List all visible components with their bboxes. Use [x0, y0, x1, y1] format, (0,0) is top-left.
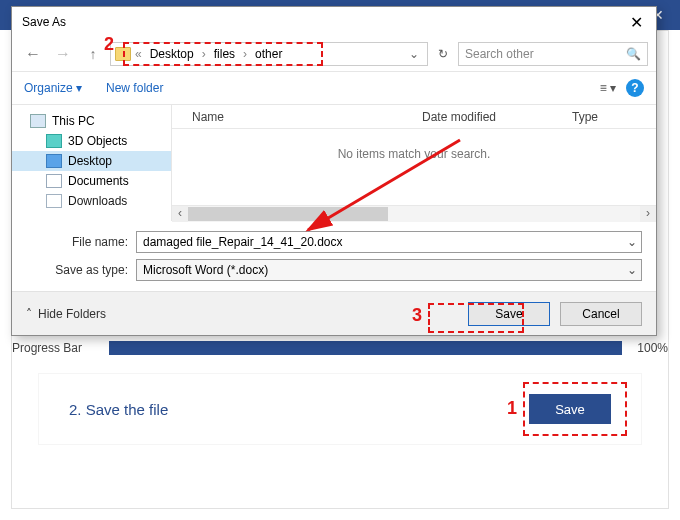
save-button[interactable]: Save — [529, 394, 611, 424]
nav-forward-button[interactable]: → — [50, 41, 76, 67]
breadcrumb-overflow[interactable]: « — [135, 47, 142, 61]
scroll-right-button[interactable]: › — [640, 206, 656, 222]
dialog-close-button[interactable]: ✕ — [616, 13, 656, 32]
tree-desktop[interactable]: Desktop — [12, 151, 171, 171]
chevron-down-icon[interactable]: ⌄ — [627, 235, 637, 249]
search-icon: 🔍 — [626, 47, 641, 61]
progress-bar — [109, 341, 622, 355]
documents-icon — [46, 174, 62, 188]
help-icon[interactable]: ? — [626, 79, 644, 97]
filetype-row: Save as type: Microsoft Word (*.docx) ⌄ — [26, 259, 642, 281]
dialog-save-button[interactable]: Save — [468, 302, 550, 326]
progress-percent: 100% — [634, 341, 668, 355]
breadcrumb-desktop[interactable]: Desktop — [146, 47, 198, 61]
empty-state-text: No items match your search. — [172, 129, 656, 205]
scroll-thumb[interactable] — [188, 207, 388, 221]
hide-folders-toggle[interactable]: ˄ Hide Folders — [26, 307, 106, 321]
tree-label: Documents — [68, 174, 129, 188]
organize-menu[interactable]: Organize ▾ — [24, 81, 82, 95]
chevron-right-icon[interactable]: › — [243, 47, 247, 61]
step-save-label: 2. Save the file — [69, 401, 168, 418]
chevron-up-icon: ˄ — [26, 307, 32, 321]
dialog-titlebar[interactable]: Save As ✕ — [12, 7, 656, 37]
chevron-down-icon[interactable]: ⌄ — [627, 263, 637, 277]
filename-input[interactable]: damaged file_Repair_14_41_20.docx ⌄ — [136, 231, 642, 253]
tree-label: Desktop — [68, 154, 112, 168]
filename-value: damaged file_Repair_14_41_20.docx — [143, 235, 342, 249]
column-headers[interactable]: Name Date modified Type — [172, 105, 656, 129]
tree-documents[interactable]: Documents — [12, 171, 171, 191]
cube-icon — [46, 134, 62, 148]
step-save-section: 2. Save the file Save 1 — [38, 373, 642, 445]
tree-label: Downloads — [68, 194, 127, 208]
search-input[interactable]: Search other 🔍 — [458, 42, 648, 66]
tree-this-pc[interactable]: This PC — [12, 111, 171, 131]
dialog-title: Save As — [22, 15, 66, 29]
folder-icon — [115, 47, 131, 61]
dialog-buttons: Save Cancel — [468, 302, 642, 326]
filename-row: File name: damaged file_Repair_14_41_20.… — [26, 231, 642, 253]
dialog-cancel-button[interactable]: Cancel — [560, 302, 642, 326]
dialog-toolbar: Organize ▾ New folder ≡ ▾ ? — [12, 71, 656, 105]
dialog-footer: ˄ Hide Folders Save Cancel — [12, 291, 656, 335]
column-name[interactable]: Name — [172, 110, 422, 124]
nav-up-button[interactable]: ↑ — [80, 41, 106, 67]
desktop-icon — [46, 154, 62, 168]
callout-2: 2 — [104, 34, 114, 55]
address-bar[interactable]: « Desktop › files › other ⌄ — [110, 42, 428, 66]
pc-icon — [30, 114, 46, 128]
breadcrumb-files[interactable]: files — [210, 47, 239, 61]
filename-label: File name: — [26, 235, 136, 249]
tree-3d-objects[interactable]: 3D Objects — [12, 131, 171, 151]
tree-label: This PC — [52, 114, 95, 128]
callout-3: 3 — [412, 305, 422, 326]
nav-tree[interactable]: This PC 3D Objects Desktop Documents Dow… — [12, 105, 172, 221]
progress-label: Progress Bar — [12, 341, 97, 355]
scroll-track[interactable] — [188, 206, 640, 222]
column-date[interactable]: Date modified — [422, 110, 572, 124]
tree-downloads[interactable]: Downloads — [12, 191, 171, 211]
filetype-value: Microsoft Word (*.docx) — [143, 263, 268, 277]
refresh-button[interactable]: ↻ — [432, 47, 454, 61]
horizontal-scrollbar[interactable]: ‹ › — [172, 205, 656, 221]
chevron-right-icon[interactable]: › — [202, 47, 206, 61]
new-folder-button[interactable]: New folder — [106, 81, 163, 95]
tree-label: 3D Objects — [68, 134, 127, 148]
filetype-label: Save as type: — [26, 263, 136, 277]
dialog-body: This PC 3D Objects Desktop Documents Dow… — [12, 105, 656, 221]
address-history-chevron[interactable]: ⌄ — [405, 47, 423, 61]
file-list: Name Date modified Type No items match y… — [172, 105, 656, 221]
scroll-left-button[interactable]: ‹ — [172, 206, 188, 222]
filetype-select[interactable]: Microsoft Word (*.docx) ⌄ — [136, 259, 642, 281]
fields: File name: damaged file_Repair_14_41_20.… — [12, 221, 656, 291]
breadcrumb-other[interactable]: other — [251, 47, 286, 61]
search-placeholder: Search other — [465, 47, 534, 61]
callout-1: 1 — [507, 398, 517, 419]
column-type[interactable]: Type — [572, 110, 656, 124]
hide-folders-label: Hide Folders — [38, 307, 106, 321]
view-options-button[interactable]: ≡ ▾ — [600, 81, 616, 95]
nav-back-button[interactable]: ← — [20, 41, 46, 67]
save-as-dialog: Save As ✕ ← → ↑ « Desktop › files › othe… — [11, 6, 657, 336]
downloads-icon — [46, 194, 62, 208]
